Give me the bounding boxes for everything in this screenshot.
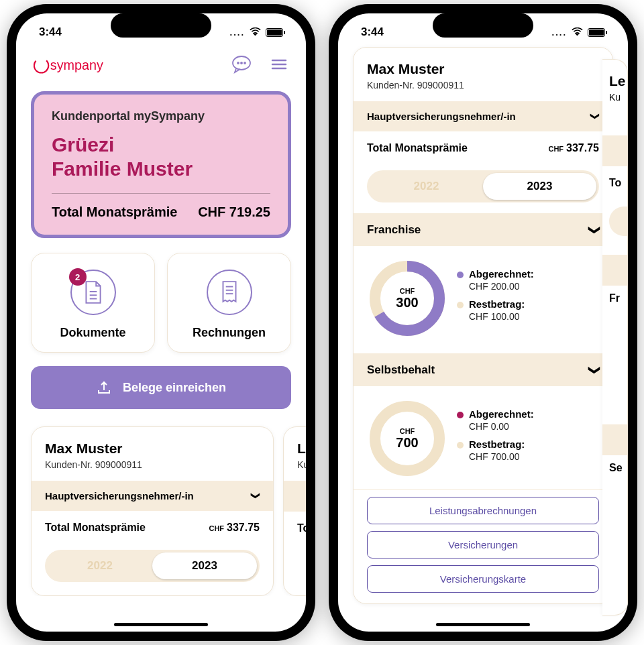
member-number: Kunden-Nr. 909000911 [45,459,260,470]
svg-point-0 [254,33,256,35]
chevron-down-icon: ❯ [588,365,602,375]
home-indicator[interactable] [114,623,208,626]
wifi-icon [572,27,583,38]
home-indicator[interactable] [436,623,530,626]
svg-point-6 [244,62,246,64]
screen-2: 3:44 .... Max Muster Kunden-Nr. 90900091… [338,13,628,632]
member-detail-card: Max Muster Kunden-Nr. 909000911 Hauptver… [353,47,613,604]
member-cards-scroll[interactable]: Max Muster Kunden-Nr. 909000911 Hauptver… [16,409,306,596]
tile-label: Rechnungen [174,326,284,340]
status-dots: .... [230,27,245,38]
deductible-ring: CHF700 [367,398,447,479]
chat-icon[interactable] [231,54,252,78]
wifi-icon [250,27,261,38]
year-toggle[interactable]: 2022 2023 [367,170,599,202]
battery-icon [266,28,283,37]
member-card-peek[interactable]: Le Ku To [283,426,306,596]
hero-card: Kundenportal mySympany GrüeziFamilie Mus… [31,91,291,238]
menu-icon[interactable] [270,55,288,76]
greeting: GrüeziFamilie Muster [52,133,270,181]
deductible-header[interactable]: Selbstbehalt ❯ [354,353,612,386]
portal-label: Kundenportal mySympany [52,109,270,123]
app-header: sympany [16,39,306,84]
member-role-row[interactable]: Hauptversicherungsnehmer/-in ❯ [32,481,273,511]
member-premium-label: Total Monatsprämie [367,142,468,154]
notch [433,13,533,38]
member-number: Kunden-Nr. 909000911 [367,80,599,91]
status-time: 3:44 [361,25,384,39]
year-prev[interactable]: 2022 [48,552,152,579]
svg-point-4 [237,62,239,64]
year-prev[interactable]: 2022 [370,173,483,200]
member-card-peek[interactable]: Le Ku To Fr Se [602,59,628,615]
chevron-down-icon: ❯ [251,492,261,499]
battery-icon [588,28,605,37]
document-icon: 2 [70,270,116,315]
year-toggle[interactable]: 2022 2023 [45,550,260,582]
phone-frame-2: 3:44 .... Max Muster Kunden-Nr. 90900091… [329,4,637,641]
insurance-card-button[interactable]: Versicherungskarte [367,565,599,593]
year-current[interactable]: 2023 [483,173,596,200]
insurances-button[interactable]: Versicherungen [367,531,599,558]
screen-1: 3:44 .... sympany [16,13,306,632]
notch [111,13,211,38]
franchise-header[interactable]: Franchise ❯ [354,213,612,246]
svg-point-16 [576,33,578,35]
benefit-statements-button[interactable]: Leistungsabrechnungen [367,497,599,524]
member-card[interactable]: Max Muster Kunden-Nr. 909000911 Hauptver… [31,426,274,596]
member-premium-label: Total Monatsprämie [45,522,146,534]
franchise-block: CHF300 Abgerechnet: CHF 200.00 Restbetra… [354,246,612,343]
premium-label: Total Monatsprämie [52,204,177,220]
svg-point-1 [34,56,52,76]
year-current[interactable]: 2023 [152,552,257,579]
tile-label: Dokumente [38,326,148,340]
invoice-icon [207,270,252,315]
member-name: Max Muster [45,440,260,457]
submit-receipts-button[interactable]: Belege einreichen [31,366,291,409]
tile-invoices[interactable]: Rechnungen [167,253,291,353]
svg-point-5 [241,62,242,64]
chevron-down-icon: ❯ [590,113,600,120]
chevron-down-icon: ❯ [588,225,602,235]
brand-logo[interactable]: sympany [34,56,122,76]
deductible-block: CHF700 Abgerechnet: CHF 0.00 Restbetrag:… [354,386,612,483]
member-role-row[interactable]: Hauptversicherungsnehmer/-in ❯ [354,101,612,131]
premium-value: CHF 719.25 [198,204,270,220]
submit-label: Belege einreichen [123,381,226,395]
member-name: Max Muster [367,61,599,77]
franchise-ring: CHF300 [367,258,447,339]
tile-documents[interactable]: 2 Dokumente [31,253,155,353]
svg-text:sympany: sympany [50,58,103,73]
status-dots: .... [552,27,567,38]
phone-frame-1: 3:44 .... sympany [7,4,315,641]
status-time: 3:44 [39,25,62,39]
badge-count: 2 [69,268,87,286]
